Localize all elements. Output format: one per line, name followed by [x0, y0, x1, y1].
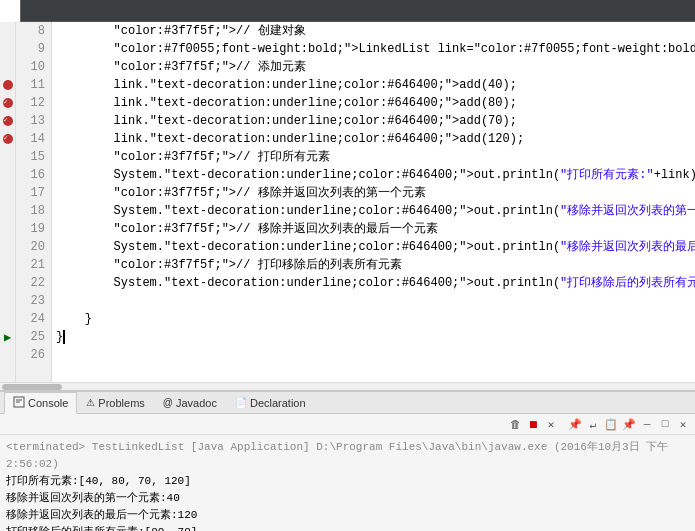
problems-tab-label: Problems [98, 397, 144, 409]
breakpoint-check-icon[interactable] [3, 98, 13, 108]
declaration-tab-icon: 📄 [235, 397, 247, 408]
terminate-icon[interactable]: ⏹ [525, 416, 541, 432]
line-number: 10 [22, 58, 45, 76]
gutter-line [0, 40, 15, 58]
text-cursor [63, 330, 65, 344]
code-line: link."text-decoration:underline;color:#6… [56, 112, 691, 130]
gutter-line [0, 130, 15, 148]
pin-icon[interactable]: 📌 [621, 416, 637, 432]
gutter-line [0, 202, 15, 220]
current-line-arrow-icon: ▶ [4, 330, 11, 345]
console-line4: 打印移除后的列表所有元素:[80, 70] [6, 524, 689, 531]
line-number: 14 [22, 130, 45, 148]
gutter-line [0, 22, 15, 40]
gutter-line [0, 256, 15, 274]
line-number: 13 [22, 112, 45, 130]
code-line: System."text-decoration:underline;color:… [56, 202, 691, 220]
tab-bar [0, 0, 695, 22]
line-number: 21 [22, 256, 45, 274]
line-number: 12 [22, 94, 45, 112]
code-line: } [56, 310, 691, 328]
gutter-line [0, 94, 15, 112]
line-number: 25 [22, 328, 45, 346]
bottom-tab-problems[interactable]: ⚠Problems [77, 392, 153, 414]
code-line: "color:#3f7f5f;">// 添加元素 [56, 58, 691, 76]
console-line1: 打印所有元素:[40, 80, 70, 120] [6, 473, 689, 490]
line-number: 16 [22, 166, 45, 184]
bottom-tab-declaration[interactable]: 📄Declaration [226, 392, 315, 414]
bottom-tab-console[interactable]: Console [4, 392, 77, 414]
bottom-toolbar: 🗑 ⏹ ✕ 📌 ↵ 📋 📌 — □ ✕ [0, 414, 695, 435]
line-numbers: 891011121314151617181920212223242526 [16, 22, 52, 382]
remove-launch-icon[interactable]: ✕ [543, 416, 559, 432]
gutter-line: ▶ [0, 328, 15, 346]
scroll-lock-icon[interactable]: 📌 [567, 416, 583, 432]
line-number: 17 [22, 184, 45, 202]
line-number: 20 [22, 238, 45, 256]
console-line2: 移除并返回次列表的第一个元素:40 [6, 490, 689, 507]
code-line [56, 346, 691, 364]
line-number: 23 [22, 292, 45, 310]
terminated-line: <terminated> TestLinkedList [Java Applic… [6, 439, 689, 473]
line-number: 26 [22, 346, 45, 364]
code-line: System."text-decoration:underline;color:… [56, 166, 691, 184]
console-tab-label: Console [28, 397, 68, 409]
code-line: "color:#3f7f5f;">// 创建对象 [56, 22, 691, 40]
gutter-line [0, 292, 15, 310]
horizontal-scrollbar[interactable] [0, 382, 695, 390]
code-line: link."text-decoration:underline;color:#6… [56, 76, 691, 94]
word-wrap-icon[interactable]: ↵ [585, 416, 601, 432]
gutter-line [0, 220, 15, 238]
bottom-toolbar-right: 🗑 ⏹ ✕ 📌 ↵ 📋 📌 — □ ✕ [507, 416, 691, 432]
minimize-icon[interactable]: — [639, 416, 655, 432]
code-line: System."text-decoration:underline;color:… [56, 238, 691, 256]
breakpoint-gutter: ▶ [0, 22, 16, 382]
line-number: 15 [22, 148, 45, 166]
declaration-tab-label: Declaration [250, 397, 306, 409]
code-content[interactable]: "color:#3f7f5f;">// 创建对象 "color:#7f0055;… [52, 22, 695, 382]
gutter-line [0, 112, 15, 130]
code-line: } [56, 328, 691, 346]
bottom-tab-bar: Console⚠Problems@Javadoc📄Declaration [0, 392, 695, 414]
gutter-line [0, 346, 15, 364]
gutter-line [0, 58, 15, 76]
code-line: System."text-decoration:underline;color:… [56, 274, 691, 292]
gutter-line [0, 274, 15, 292]
code-line [56, 292, 691, 310]
open-console-icon[interactable]: 📋 [603, 416, 619, 432]
code-line: link."text-decoration:underline;color:#6… [56, 130, 691, 148]
line-number: 11 [22, 76, 45, 94]
gutter-line [0, 310, 15, 328]
console-tab-icon [13, 396, 25, 410]
editor-container: ▶ 891011121314151617181920212223242526 "… [0, 0, 695, 390]
code-area: ▶ 891011121314151617181920212223242526 "… [0, 22, 695, 382]
close-view-icon[interactable]: ✕ [675, 416, 691, 432]
line-number: 24 [22, 310, 45, 328]
scrollbar-thumb[interactable] [2, 384, 62, 390]
gutter-line [0, 238, 15, 256]
gutter-line [0, 184, 15, 202]
editor-tab[interactable] [0, 0, 21, 22]
code-line: "color:#3f7f5f;">// 打印所有元素 [56, 148, 691, 166]
maximize-icon[interactable]: □ [657, 416, 673, 432]
console-content: <terminated> TestLinkedList [Java Applic… [0, 435, 695, 531]
javadoc-tab-label: Javadoc [176, 397, 217, 409]
breakpoint-check-icon[interactable] [3, 116, 13, 126]
breakpoint-icon[interactable] [3, 80, 13, 90]
clear-console-icon[interactable]: 🗑 [507, 416, 523, 432]
gutter-line [0, 148, 15, 166]
gutter-line [0, 166, 15, 184]
code-line: "color:#3f7f5f;">// 打印移除后的列表所有元素 [56, 256, 691, 274]
line-number: 22 [22, 274, 45, 292]
problems-tab-icon: ⚠ [86, 397, 95, 408]
line-number: 18 [22, 202, 45, 220]
javadoc-tab-icon: @ [163, 397, 173, 408]
bottom-tab-javadoc[interactable]: @Javadoc [154, 392, 226, 414]
gutter-line [0, 76, 15, 94]
breakpoint-check-icon[interactable] [3, 134, 13, 144]
line-number: 19 [22, 220, 45, 238]
line-number: 8 [22, 22, 45, 40]
console-line3: 移除并返回次列表的最后一个元素:120 [6, 507, 689, 524]
code-line: "color:#3f7f5f;">// 移除并返回次列表的最后一个元素 [56, 220, 691, 238]
code-line: link."text-decoration:underline;color:#6… [56, 94, 691, 112]
